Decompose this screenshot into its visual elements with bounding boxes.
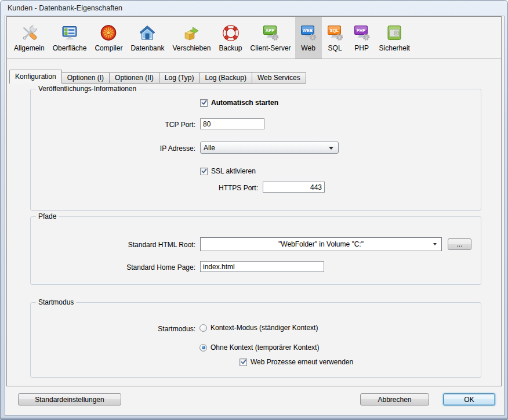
ip-address-value: Alle bbox=[204, 144, 215, 152]
toolbar-item-label: Sicherheit bbox=[379, 44, 410, 52]
safe-icon bbox=[385, 24, 404, 42]
lifebuoy-icon bbox=[222, 24, 240, 42]
toolbar-item-client-server[interactable]: APP Client-Server bbox=[246, 17, 295, 59]
tab-optionen-2[interactable]: Optionen (II) bbox=[109, 72, 159, 84]
toolbar-item-label: Client-Server bbox=[251, 44, 291, 52]
sql-monitor-gear-icon: SQL bbox=[326, 24, 344, 42]
move-box-arrow-icon bbox=[182, 24, 201, 42]
group-title: Pfade bbox=[36, 212, 59, 221]
svg-text:PHP: PHP bbox=[356, 28, 365, 33]
database-house-icon bbox=[138, 24, 157, 42]
tab-log-typ[interactable]: Log (Typ) bbox=[159, 72, 200, 84]
autostart-checkbox[interactable]: Automatisch starten bbox=[200, 99, 278, 107]
https-port-input[interactable] bbox=[263, 182, 325, 193]
dialog-client-area: Allgemein bbox=[5, 16, 505, 416]
tools-icon bbox=[20, 24, 38, 42]
reuse-web-processes-checkbox[interactable]: Web Prozesse erneut verwenden bbox=[240, 358, 353, 366]
properties-panel: Allgemein bbox=[6, 16, 502, 386]
home-page-label: Standard Home Page: bbox=[31, 263, 195, 271]
toolbar-item-label: Oberfläche bbox=[53, 44, 87, 52]
compiler-wheel-icon bbox=[99, 24, 118, 42]
cancel-button[interactable]: Abbrechen bbox=[360, 393, 429, 405]
toolbar-item-label: Datenbank bbox=[130, 44, 164, 52]
toolbar-item-label: Backup bbox=[219, 44, 242, 52]
ssl-label: SSL aktivieren bbox=[211, 167, 256, 175]
web-monitor-gear-icon: WEB bbox=[299, 24, 318, 42]
tcp-port-label: TCP Port: bbox=[31, 121, 195, 129]
toolbar-item-allgemein[interactable]: Allgemein bbox=[10, 17, 49, 59]
ssl-checkbox[interactable]: SSL aktivieren bbox=[200, 167, 256, 175]
context-mode-radio[interactable]: Kontext-Modus (ständiger Kontext) bbox=[199, 324, 318, 332]
svg-text:SQL: SQL bbox=[329, 28, 339, 33]
toolbar-item-sql[interactable]: SQL SQL bbox=[322, 17, 349, 59]
toolbar-item-web[interactable]: WEB Web bbox=[295, 17, 322, 59]
php-monitor-gear-icon: PHP bbox=[353, 24, 371, 42]
toolbar-item-label: Verschieben bbox=[172, 44, 211, 52]
ip-address-select[interactable]: Alle bbox=[200, 142, 339, 154]
toolbar-item-label: PHP bbox=[354, 44, 369, 52]
toolbar-item-compiler[interactable]: Compiler bbox=[90, 17, 126, 59]
group-title: Veröffentlichungs-Informationen bbox=[36, 85, 139, 93]
autostart-label: Automatisch starten bbox=[211, 99, 278, 107]
ip-address-label: IP Adresse: bbox=[31, 144, 195, 153]
home-page-input[interactable] bbox=[200, 261, 324, 272]
browse-button[interactable]: ... bbox=[448, 238, 471, 250]
html-root-label: Standard HTML Root: bbox=[31, 241, 195, 249]
interface-monitor-icon bbox=[60, 24, 79, 42]
html-root-value: "WebFolder" in Volume "C:" bbox=[278, 240, 364, 248]
checkbox-check-icon bbox=[200, 168, 208, 175]
tcp-port-input[interactable] bbox=[200, 118, 264, 129]
startmode-label: Startmodus: bbox=[31, 325, 195, 333]
tab-konfiguration[interactable]: Konfiguration bbox=[9, 70, 62, 84]
publish-info-group: Veröffentlichungs-Informationen Automati… bbox=[30, 89, 481, 211]
checkbox-check-icon bbox=[240, 359, 247, 366]
dialog-window: Kunden - Datenbank-Eigenschaften bbox=[0, 0, 508, 420]
toolbar-item-datenbank[interactable]: Datenbank bbox=[126, 17, 168, 59]
tab-bar: Konfiguration Optionen (I) Optionen (II)… bbox=[9, 70, 306, 84]
toolbar-item-label: Allgemein bbox=[14, 44, 45, 52]
toolbar-item-php[interactable]: PHP PHP bbox=[349, 17, 375, 59]
defaults-button[interactable]: Standardeinstellungen bbox=[18, 393, 121, 405]
https-port-label: HTTPS Port: bbox=[31, 184, 258, 192]
radio-icon bbox=[199, 324, 207, 332]
tab-log-backup[interactable]: Log (Backup) bbox=[199, 72, 252, 84]
svg-text:APP: APP bbox=[265, 28, 274, 33]
toolbar-item-label: SQL bbox=[328, 44, 342, 52]
toolbar-item-oberflaeche[interactable]: Oberfläche bbox=[49, 17, 91, 59]
group-title: Startmodus bbox=[36, 298, 76, 307]
chevron-down-icon bbox=[329, 147, 333, 150]
svg-text:WEB: WEB bbox=[302, 28, 313, 33]
startmode-group: Startmodus Startmodus: Kontext-Modus (st… bbox=[30, 302, 481, 378]
tab-optionen-1[interactable]: Optionen (I) bbox=[61, 72, 110, 84]
html-root-select[interactable]: "WebFolder" in Volume "C:" bbox=[200, 237, 442, 251]
window-title: Kunden - Datenbank-Eigenschaften bbox=[8, 4, 122, 12]
ok-button[interactable]: OK bbox=[443, 393, 495, 405]
toolbar-item-label: Compiler bbox=[95, 44, 122, 52]
reuse-web-processes-label: Web Prozesse erneut verwenden bbox=[251, 358, 353, 366]
toolbar: Allgemein bbox=[7, 17, 501, 59]
tab-web-services[interactable]: Web Services bbox=[252, 72, 306, 84]
context-mode-label: Kontext-Modus (ständiger Kontext) bbox=[211, 324, 318, 332]
no-context-radio[interactable]: Ohne Kontext (temporärer Kontext) bbox=[199, 343, 319, 352]
titlebar[interactable]: Kunden - Datenbank-Eigenschaften bbox=[2, 1, 506, 16]
toolbar-item-sicherheit[interactable]: Sicherheit bbox=[375, 17, 414, 59]
chevron-down-icon bbox=[433, 243, 437, 245]
toolbar-item-backup[interactable]: Backup bbox=[215, 17, 246, 59]
radio-selected-icon bbox=[199, 344, 207, 352]
toolbar-item-label: Web bbox=[301, 44, 315, 52]
checkbox-check-icon bbox=[200, 99, 208, 107]
app-monitor-gear-icon: APP bbox=[262, 24, 280, 42]
no-context-label: Ohne Kontext (temporärer Kontext) bbox=[211, 343, 319, 352]
toolbar-item-verschieben[interactable]: Verschieben bbox=[168, 17, 215, 59]
paths-group: Pfade Standard HTML Root: "WebFolder" in… bbox=[30, 216, 481, 285]
